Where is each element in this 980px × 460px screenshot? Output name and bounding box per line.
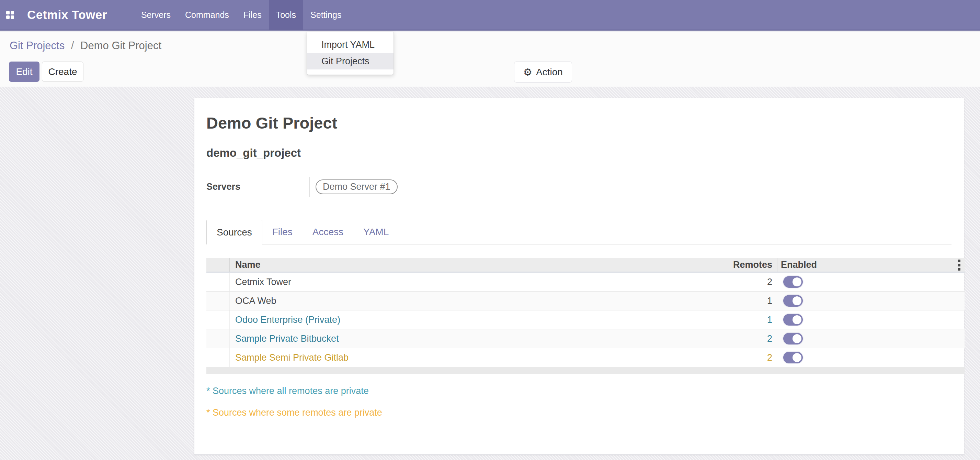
cell-remotes: 1 bbox=[613, 310, 777, 329]
servers-field-label: Servers bbox=[206, 177, 309, 197]
servers-field-row: Servers Demo Server #1 bbox=[206, 177, 687, 197]
selector-cell bbox=[206, 273, 230, 291]
enabled-toggle[interactable] bbox=[783, 333, 803, 345]
selector-cell bbox=[206, 292, 230, 310]
sources-table: Name Remotes Enabled Cetmix Tower 2 bbox=[206, 258, 964, 374]
tab-sources[interactable]: Sources bbox=[206, 220, 262, 244]
table-row[interactable]: Sample Semi Private Gitlab 2 bbox=[206, 348, 964, 367]
dot bbox=[958, 264, 961, 267]
create-button[interactable]: Create bbox=[42, 62, 83, 82]
notebook-tabs: Sources Files Access YAML bbox=[206, 220, 951, 244]
top-navbar: Cetmix Tower Servers Commands Files Tool… bbox=[0, 0, 980, 30]
table-row[interactable]: Cetmix Tower 2 bbox=[206, 273, 964, 292]
menu-item-tools[interactable]: Tools bbox=[269, 0, 303, 30]
dot bbox=[958, 268, 961, 271]
content-area: Demo Git Project demo_git_project Server… bbox=[0, 87, 980, 460]
tab-access[interactable]: Access bbox=[302, 220, 353, 244]
tab-files[interactable]: Files bbox=[262, 220, 302, 244]
table-header-row: Name Remotes Enabled bbox=[206, 258, 964, 273]
toggle-knob bbox=[792, 334, 802, 343]
form-card: Demo Git Project demo_git_project Server… bbox=[194, 98, 964, 455]
toggle-knob bbox=[792, 315, 802, 324]
toggle-knob bbox=[792, 296, 802, 305]
toggle-knob bbox=[792, 353, 802, 362]
main-menu: Servers Commands Files Tools Settings bbox=[134, 0, 348, 30]
toggle-knob bbox=[792, 278, 802, 286]
apps-grid-icon[interactable] bbox=[6, 11, 14, 19]
selector-cell bbox=[206, 310, 230, 329]
table-row[interactable]: Odoo Enterprise (Private) 1 bbox=[206, 310, 964, 329]
gear-icon: ⚙ bbox=[523, 66, 532, 78]
menu-item-files[interactable]: Files bbox=[236, 0, 269, 30]
table-row[interactable]: Sample Private Bitbucket 2 bbox=[206, 329, 964, 348]
dropdown-item-import-yaml[interactable]: Import YAML bbox=[307, 37, 393, 53]
enabled-toggle[interactable] bbox=[783, 295, 803, 307]
table-footer-strip bbox=[206, 367, 964, 374]
cell-enabled bbox=[777, 292, 964, 310]
column-header-remotes[interactable]: Remotes bbox=[613, 258, 777, 272]
optional-columns-icon[interactable] bbox=[958, 260, 961, 271]
menu-item-settings[interactable]: Settings bbox=[303, 0, 348, 30]
cell-remotes: 2 bbox=[613, 329, 777, 348]
breadcrumb-separator: / bbox=[68, 40, 78, 51]
breadcrumb-parent-link[interactable]: Git Projects bbox=[10, 40, 65, 51]
menu-item-commands[interactable]: Commands bbox=[178, 0, 236, 30]
selector-column-header bbox=[206, 258, 230, 272]
action-button-label: Action bbox=[536, 67, 563, 78]
cell-name: Odoo Enterprise (Private) bbox=[230, 315, 613, 325]
server-tag: Demo Server #1 bbox=[315, 179, 398, 194]
record-reference: demo_git_project bbox=[206, 147, 301, 160]
selector-cell bbox=[206, 348, 230, 367]
column-header-name[interactable]: Name bbox=[230, 260, 613, 270]
table-row[interactable]: OCA Web 1 bbox=[206, 292, 964, 310]
breadcrumb: Git Projects / Demo Git Project bbox=[10, 40, 161, 52]
cell-name: Sample Semi Private Gitlab bbox=[230, 352, 613, 363]
apps-grid-square bbox=[6, 16, 10, 19]
action-button[interactable]: ⚙ Action bbox=[514, 62, 572, 83]
apps-grid-square bbox=[6, 11, 10, 14]
cell-remotes: 2 bbox=[613, 273, 777, 291]
cell-remotes: 2 bbox=[613, 348, 777, 367]
enabled-toggle[interactable] bbox=[783, 276, 803, 288]
app-brand: Cetmix Tower bbox=[27, 8, 107, 22]
enabled-toggle[interactable] bbox=[783, 352, 803, 363]
dot bbox=[958, 260, 961, 262]
menu-item-servers[interactable]: Servers bbox=[134, 0, 178, 30]
tab-yaml[interactable]: YAML bbox=[353, 220, 399, 244]
cell-enabled bbox=[777, 329, 964, 348]
apps-grid-square bbox=[11, 11, 14, 14]
column-header-enabled[interactable]: Enabled bbox=[777, 258, 964, 272]
cell-name: OCA Web bbox=[230, 295, 613, 306]
cell-remotes: 1 bbox=[613, 292, 777, 310]
cell-name: Cetmix Tower bbox=[230, 277, 613, 288]
legend-some-private: * Sources where some remotes are private bbox=[206, 407, 382, 418]
breadcrumb-current: Demo Git Project bbox=[80, 40, 161, 51]
apps-grid-square bbox=[11, 16, 14, 19]
legend-all-private: * Sources where all remotes are private bbox=[206, 386, 369, 396]
cell-enabled bbox=[777, 310, 964, 329]
tools-dropdown-menu: Import YAML Git Projects bbox=[307, 32, 394, 75]
cell-enabled bbox=[777, 348, 964, 367]
dropdown-item-git-projects[interactable]: Git Projects bbox=[307, 53, 393, 69]
record-title: Demo Git Project bbox=[206, 113, 337, 133]
cell-name: Sample Private Bitbucket bbox=[230, 334, 613, 344]
servers-field-value: Demo Server #1 bbox=[309, 177, 398, 197]
enabled-toggle[interactable] bbox=[783, 314, 803, 326]
cell-enabled bbox=[777, 273, 964, 291]
selector-cell bbox=[206, 329, 230, 348]
control-panel: Git Projects / Demo Git Project Edit Cre… bbox=[0, 32, 980, 87]
edit-button[interactable]: Edit bbox=[9, 62, 40, 82]
